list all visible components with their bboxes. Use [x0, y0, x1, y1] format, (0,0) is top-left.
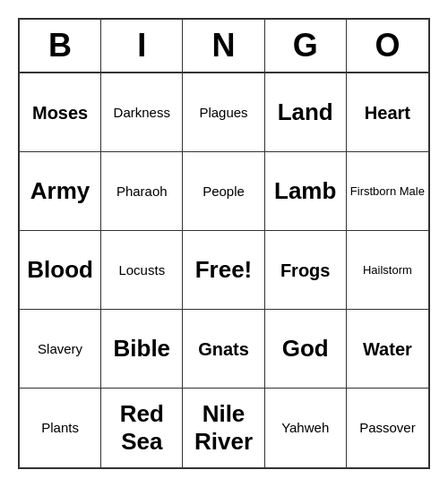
header-letter: I	[101, 20, 183, 72]
bingo-cell: Firstborn Male	[347, 152, 428, 231]
bingo-cell: Moses	[20, 73, 101, 152]
cell-text: Passover	[359, 420, 416, 436]
bingo-cell: Pharaoh	[101, 152, 183, 231]
bingo-cell: Yahweh	[265, 389, 347, 467]
cell-text: Lamb	[274, 177, 336, 205]
cell-text: Water	[363, 338, 412, 360]
cell-text: Plagues	[199, 105, 247, 121]
bingo-grid: MosesDarknessPlaguesLandHeartArmyPharaoh…	[20, 73, 428, 467]
cell-text: Pharaoh	[116, 184, 168, 200]
header-letter: N	[183, 20, 264, 72]
bingo-cell: Nile River	[183, 389, 264, 467]
cell-text: Red Sea	[105, 400, 178, 456]
header-letter: O	[347, 20, 428, 72]
bingo-cell: Passover	[347, 389, 428, 467]
bingo-cell: Lamb	[265, 152, 347, 231]
bingo-card: BINGO MosesDarknessPlaguesLandHeartArmyP…	[18, 18, 430, 469]
header-letter: B	[20, 20, 101, 72]
cell-text: God	[282, 335, 329, 363]
bingo-cell: Frogs	[265, 231, 347, 310]
cell-text: Land	[278, 98, 333, 126]
bingo-cell: Army	[20, 152, 101, 231]
cell-text: Nile River	[186, 400, 260, 456]
bingo-cell: Hailstorm	[347, 231, 428, 310]
cell-text: Hailstorm	[363, 263, 412, 278]
bingo-cell: People	[183, 152, 264, 231]
bingo-cell: Slavery	[20, 310, 101, 389]
bingo-cell: Free!	[183, 231, 264, 310]
bingo-cell: Gnats	[183, 310, 264, 389]
bingo-cell: Locusts	[101, 231, 183, 310]
bingo-cell: Darkness	[101, 73, 183, 152]
cell-text: Firstborn Male	[350, 184, 425, 199]
cell-text: People	[202, 184, 245, 200]
cell-text: Darkness	[114, 105, 170, 121]
cell-text: Blood	[27, 256, 93, 284]
cell-text: Moses	[32, 102, 88, 124]
bingo-header: BINGO	[20, 20, 428, 73]
bingo-cell: Red Sea	[101, 389, 183, 467]
bingo-cell: God	[265, 310, 347, 389]
cell-text: Locusts	[118, 262, 165, 278]
bingo-cell: Blood	[20, 231, 101, 310]
header-letter: G	[265, 20, 347, 72]
cell-text: Plants	[41, 420, 79, 436]
bingo-cell: Water	[347, 310, 428, 389]
cell-text: Frogs	[280, 260, 331, 281]
cell-text: Heart	[365, 102, 410, 124]
cell-text: Army	[30, 177, 90, 205]
bingo-cell: Plants	[20, 389, 101, 467]
cell-text: Slavery	[38, 341, 82, 357]
cell-text: Gnats	[198, 338, 249, 360]
cell-text: Free!	[195, 256, 253, 284]
bingo-cell: Plagues	[183, 73, 264, 152]
bingo-cell: Bible	[101, 310, 183, 389]
bingo-cell: Land	[265, 73, 347, 152]
cell-text: Yahweh	[281, 420, 329, 436]
cell-text: Bible	[114, 335, 171, 363]
bingo-cell: Heart	[347, 73, 428, 152]
